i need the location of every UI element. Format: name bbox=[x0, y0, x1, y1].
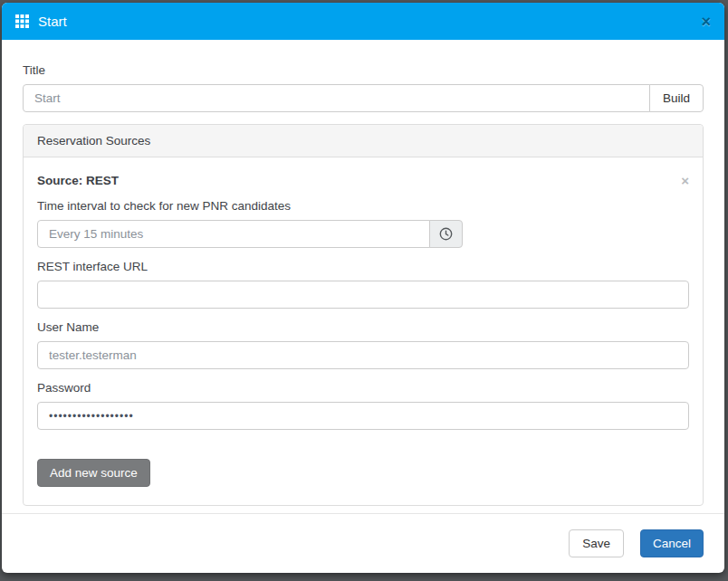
title-label: Title bbox=[23, 63, 704, 77]
source-header: Source: REST × bbox=[37, 174, 689, 187]
dialog-footer: Save Cancel bbox=[2, 513, 724, 573]
username-input[interactable] bbox=[37, 341, 689, 369]
password-label: Password bbox=[37, 381, 689, 395]
url-field-group: REST interface URL bbox=[37, 260, 689, 309]
interval-field-group: Time interval to check for new PNR candi… bbox=[37, 199, 689, 248]
source-title: Source: REST bbox=[37, 174, 119, 187]
reservation-sources-panel: Reservation Sources Source: REST × Time … bbox=[23, 124, 704, 506]
panel-body: Source: REST × Time interval to check fo… bbox=[24, 157, 703, 505]
remove-source-icon[interactable]: × bbox=[681, 174, 689, 187]
interval-picker-button[interactable] bbox=[429, 220, 463, 248]
title-input[interactable] bbox=[23, 84, 650, 112]
password-field-group: Password bbox=[37, 381, 689, 430]
title-input-group: Build bbox=[23, 84, 704, 112]
start-dialog: Start × Title Build Reservation Sources … bbox=[2, 3, 724, 573]
rest-url-input[interactable] bbox=[37, 281, 689, 309]
save-button[interactable]: Save bbox=[569, 529, 624, 557]
url-label: REST interface URL bbox=[37, 260, 689, 273]
username-field-group: User Name bbox=[37, 320, 689, 369]
interval-label: Time interval to check for new PNR candi… bbox=[37, 199, 689, 213]
dialog-body: Title Build Reservation Sources Source: … bbox=[2, 40, 724, 513]
cancel-button[interactable]: Cancel bbox=[640, 529, 704, 557]
build-button[interactable]: Build bbox=[649, 84, 704, 112]
clock-icon bbox=[439, 227, 453, 241]
username-label: User Name bbox=[37, 320, 689, 334]
close-icon[interactable]: × bbox=[701, 14, 711, 30]
interval-input-group bbox=[37, 220, 463, 248]
grid-icon bbox=[15, 14, 29, 28]
panel-heading: Reservation Sources bbox=[24, 125, 703, 157]
add-new-source-button[interactable]: Add new source bbox=[37, 459, 150, 487]
interval-input[interactable] bbox=[37, 220, 430, 248]
dialog-header: Start × bbox=[2, 3, 724, 40]
dialog-title: Start bbox=[38, 14, 67, 28]
password-input[interactable] bbox=[37, 402, 689, 430]
